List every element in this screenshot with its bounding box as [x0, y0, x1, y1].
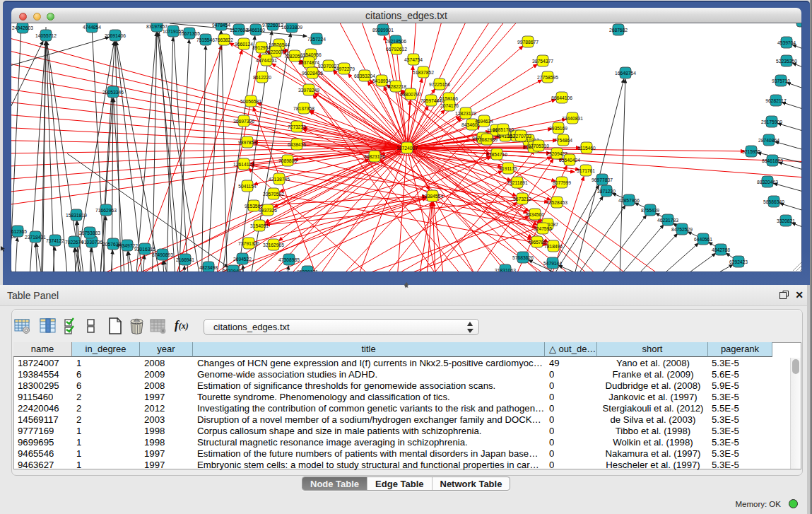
svg-text:33978249: 33978249 — [298, 88, 319, 93]
svg-text:6466160: 6466160 — [247, 28, 265, 33]
svg-text:8755439: 8755439 — [641, 208, 659, 213]
svg-text:45935572: 45935572 — [792, 23, 801, 24]
svg-text:29218506: 29218506 — [385, 39, 406, 44]
svg-text:7515546: 7515546 — [196, 37, 215, 42]
svg-text:61220073: 61220073 — [265, 49, 286, 54]
svg-text:8935169: 8935169 — [549, 126, 567, 131]
svg-text:9375710: 9375710 — [772, 78, 790, 83]
svg-text:4612365: 4612365 — [11, 229, 27, 234]
svg-text:9660124: 9660124 — [235, 42, 253, 47]
svg-text:97226012: 97226012 — [262, 23, 283, 28]
svg-text:5171761: 5171761 — [577, 168, 595, 173]
svg-text:5418934: 5418934 — [372, 78, 391, 83]
svg-text:99788677: 99788677 — [517, 40, 539, 45]
svg-text:4744854: 4744854 — [83, 25, 101, 30]
svg-text:3871230: 3871230 — [597, 189, 616, 194]
svg-text:9115460: 9115460 — [577, 146, 596, 151]
svg-text:9897858: 9897858 — [238, 140, 257, 145]
svg-text:38754377: 38754377 — [532, 59, 553, 64]
svg-text:29053346: 29053346 — [102, 90, 124, 95]
svg-text:9478454: 9478454 — [212, 23, 230, 28]
svg-text:96282117: 96282117 — [765, 98, 787, 103]
svg-text:83197857: 83197857 — [146, 24, 167, 29]
svg-text:73791320: 73791320 — [238, 241, 259, 246]
svg-text:80823176: 80823176 — [364, 154, 385, 159]
svg-text:84752529: 84752529 — [671, 227, 693, 232]
svg-text:43528453: 43528453 — [546, 200, 567, 205]
svg-text:11540956: 11540956 — [300, 52, 322, 57]
svg-text:6440561: 6440561 — [694, 237, 712, 242]
svg-text:42857966: 42857966 — [618, 198, 640, 203]
svg-text:97225156: 97225156 — [429, 82, 450, 87]
svg-text:87490893: 87490893 — [152, 252, 173, 257]
svg-text:3215955: 3215955 — [742, 149, 760, 154]
svg-text:20691406: 20691406 — [105, 33, 126, 38]
svg-text:70597444: 70597444 — [420, 98, 442, 103]
svg-text:2687682: 2687682 — [609, 28, 628, 33]
svg-text:57683626: 57683626 — [512, 255, 534, 260]
svg-text:10671355: 10671355 — [179, 31, 200, 36]
svg-text:66792612: 66792612 — [386, 47, 407, 52]
svg-text:43744231: 43744231 — [256, 58, 277, 63]
svg-text:47308985: 47308985 — [278, 257, 300, 262]
svg-text:68800797: 68800797 — [400, 92, 421, 97]
svg-text:7818496: 7818496 — [544, 244, 563, 249]
svg-text:7273233: 7273233 — [288, 124, 306, 129]
svg-text:19384554: 19384554 — [422, 194, 443, 199]
svg-text:58586340: 58586340 — [763, 199, 784, 204]
svg-text:71662963: 71662963 — [95, 208, 117, 213]
svg-text:7089806: 7089806 — [278, 158, 297, 163]
svg-text:15831819: 15831819 — [66, 213, 87, 218]
svg-text:3154051: 3154051 — [250, 223, 269, 228]
svg-text:4191175: 4191175 — [499, 166, 517, 171]
svg-text:8077999: 8077999 — [553, 180, 571, 185]
svg-text:2074176: 2074176 — [440, 103, 459, 108]
svg-text:66851760: 66851760 — [493, 127, 514, 132]
svg-text:24942603: 24942603 — [12, 25, 33, 30]
svg-text:88320463: 88320463 — [757, 180, 778, 185]
svg-text:52235350: 52235350 — [776, 59, 797, 64]
svg-text:31831063: 31831063 — [495, 268, 516, 272]
svg-text:24972279: 24972279 — [334, 66, 355, 71]
svg-text:3320821: 3320821 — [777, 218, 795, 223]
svg-text:6438436: 6438436 — [288, 142, 306, 147]
svg-text:20570592: 20570592 — [263, 192, 284, 197]
svg-text:27758595: 27758595 — [537, 75, 558, 80]
svg-text:2694522: 2694522 — [233, 257, 252, 262]
svg-text:17270733: 17270733 — [510, 134, 531, 139]
svg-text:89089901: 89089901 — [372, 28, 394, 33]
svg-text:97705310: 97705310 — [528, 144, 549, 148]
svg-text:5479144: 5479144 — [543, 261, 562, 266]
svg-text:14055712: 14055712 — [35, 33, 57, 38]
svg-text:12614124: 12614124 — [233, 162, 254, 167]
svg-text:51837852: 51837852 — [413, 70, 434, 75]
svg-text:78137358: 78137358 — [293, 106, 314, 111]
svg-text:1247595: 1247595 — [534, 226, 552, 231]
svg-text:55540424: 55540424 — [559, 158, 580, 163]
svg-text:23718431: 23718431 — [25, 235, 46, 240]
svg-text:93016315: 93016315 — [134, 247, 155, 252]
svg-text:36697396: 36697396 — [233, 119, 254, 124]
svg-text:2166941: 2166941 — [176, 257, 194, 262]
svg-text:8612220: 8612220 — [253, 75, 271, 80]
svg-text:4694634: 4694634 — [475, 119, 493, 124]
svg-text:7754864: 7754864 — [554, 138, 572, 143]
svg-text:32162965: 32162965 — [263, 243, 284, 247]
svg-text:7663822: 7663822 — [215, 37, 233, 42]
svg-text:68353204: 68353204 — [354, 74, 375, 78]
svg-text:9937326: 9937326 — [259, 208, 277, 213]
svg-text:7374122: 7374122 — [46, 238, 64, 243]
svg-text:6292423: 6292423 — [729, 259, 748, 264]
svg-text:70211891: 70211891 — [507, 180, 528, 185]
svg-text:4374754: 4374754 — [404, 57, 423, 62]
svg-text:24282218: 24282218 — [385, 84, 406, 89]
svg-text:5041154: 5041154 — [238, 184, 257, 189]
svg-text:95320121: 95320121 — [297, 269, 318, 272]
svg-text:16033809: 16033809 — [281, 25, 302, 30]
svg-text:96028436: 96028436 — [302, 71, 323, 76]
svg-text:20709497: 20709497 — [223, 269, 244, 272]
svg-text:42138745: 42138745 — [269, 177, 290, 182]
svg-text:7357224: 7357224 — [307, 37, 326, 42]
svg-text:25374874: 25374874 — [298, 60, 319, 65]
svg-text:16648754: 16648754 — [615, 71, 636, 76]
